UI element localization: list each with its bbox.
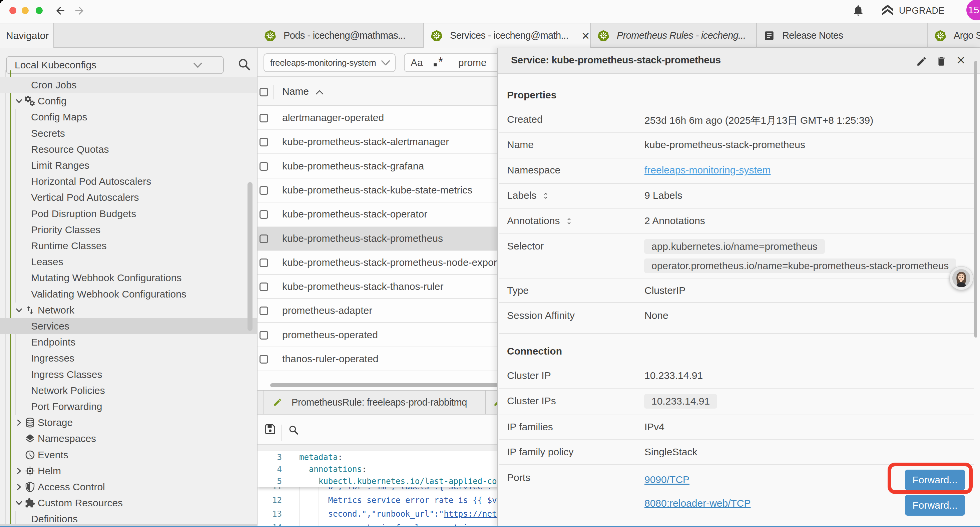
port-link[interactable]: 8080:reloader-web/TCP [644, 498, 751, 509]
sidebar-item-events[interactable]: Events [0, 447, 258, 463]
close-panel-icon[interactable]: × [957, 55, 968, 66]
dock-tab-prometheusrule[interactable]: PrometheusRule: freeleaps-prod-rabbitmq [264, 390, 486, 414]
property-label: Type [507, 285, 529, 296]
dock-tab-label: PrometheusRule: freeleaps-prod-rabbitmq [291, 397, 467, 408]
unfold-more-icon[interactable] [565, 216, 573, 226]
sidebar-item-config[interactable]: Config [0, 93, 258, 109]
sidebar-item-runtime-classes[interactable]: Runtime Classes [0, 238, 258, 254]
match-case-icon[interactable]: Aa [410, 57, 423, 68]
row-checkbox[interactable] [259, 355, 268, 363]
sidebar-item-network[interactable]: Network [0, 302, 258, 318]
unfold-more-icon[interactable] [542, 191, 550, 201]
sidebar-scrollbar-thumb[interactable] [248, 182, 253, 331]
sidebar-item-priority-classes[interactable]: Priority Classes [0, 222, 258, 238]
sidebar-item-ingresses[interactable]: Ingresses [0, 350, 258, 366]
port-link[interactable]: 9090/TCP [644, 474, 689, 485]
app-tab-5[interactable]: Argo Se [928, 23, 980, 48]
row-checkbox[interactable] [259, 234, 268, 243]
select-all-checkbox[interactable] [259, 88, 268, 96]
kubernetes-icon [431, 30, 442, 42]
row-checkbox[interactable] [259, 138, 268, 146]
row-checkbox[interactable] [259, 162, 268, 171]
sidebar-item-config-maps[interactable]: Config Maps [0, 109, 258, 125]
chevron-down-icon [15, 498, 23, 507]
property-value: 253d 16h 6m ago (2025年1月13日 GMT+8 1:25:3… [644, 114, 873, 127]
sidebar-item-label: Events [38, 449, 68, 461]
row-checkbox[interactable] [259, 331, 268, 339]
sidebar-item-storage[interactable]: Storage [0, 415, 258, 431]
row-checkbox[interactable] [259, 307, 268, 315]
name-column-header[interactable]: Name [282, 86, 309, 97]
chevron-right-icon [15, 418, 23, 427]
editor-search-icon[interactable] [288, 424, 299, 436]
namespace-link[interactable]: freeleaps-monitoring-system [644, 164, 770, 175]
sidebar-item-custom-resources[interactable]: Custom Resources [0, 495, 258, 511]
sidebar-item-definitions[interactable]: Definitions [0, 511, 258, 525]
document-icon [764, 30, 775, 41]
save-icon[interactable] [264, 423, 276, 435]
sidebar-item-leases[interactable]: Leases [0, 254, 258, 270]
sidebar-item-label: Access Control [38, 481, 105, 493]
sidebar-item-label: Endpoints [31, 336, 75, 348]
row-separator [500, 302, 974, 303]
port-row: 9090/TCP [644, 474, 689, 485]
row-checkbox[interactable] [259, 258, 268, 267]
property-label: IP families [507, 421, 553, 433]
service-name: kube-prometheus-stack-kube-state-metrics [282, 185, 473, 196]
tab-close-icon[interactable]: × [582, 29, 589, 42]
sidebar-item-access-control[interactable]: Access Control [0, 479, 258, 495]
row-checkbox[interactable] [259, 282, 268, 291]
regex-icon[interactable]: * [433, 56, 446, 70]
navigator-panel-tab[interactable]: Navigator [0, 23, 54, 48]
property-value: 9 Labels [644, 190, 682, 201]
sidebar-item-cron-jobs[interactable]: Cron Jobs [0, 77, 258, 93]
sidebar-item-ingress-classes[interactable]: Ingress Classes [0, 366, 258, 382]
swap-vert-icon [25, 305, 35, 315]
sidebar-item-namespaces[interactable]: Namespaces [0, 431, 258, 447]
row-checkbox[interactable] [259, 114, 268, 123]
sidebar-item-port-forwarding[interactable]: Port Forwarding [0, 399, 258, 415]
sidebar-item-mutating-webhook-configurations[interactable]: Mutating Webhook Configurations [0, 270, 258, 286]
sidebar-item-network-policies[interactable]: Network Policies [0, 382, 258, 399]
line-number: 3 [258, 451, 282, 463]
sidebar-item-resource-quotas[interactable]: Resource Quotas [0, 142, 258, 158]
sidebar-item-label: Config [38, 96, 67, 107]
app-tab-3[interactable]: Prometheus Rules - icecheng... [591, 23, 757, 48]
row-checkbox[interactable] [259, 210, 268, 219]
forward-button[interactable]: Forward... [905, 495, 965, 516]
sidebar-item-vertical-pod-autoscalers[interactable]: Vertical Pod Autoscalers [0, 189, 258, 205]
upgrade-button[interactable]: UPGRADE [899, 6, 945, 16]
notification-count-badge[interactable]: 15 [966, 0, 980, 20]
edit-pencil-icon[interactable] [916, 56, 927, 67]
namespace-filter-select[interactable]: freeleaps-monitoring-system [264, 53, 396, 72]
property-value: 2 Annotations [644, 215, 705, 226]
clock-icon [25, 450, 35, 460]
kubeconfig-select-value: Local Kubeconfigs [15, 59, 96, 71]
sidebar-item-limit-ranges[interactable]: Limit Ranges [0, 158, 258, 174]
sidebar-item-label: Vertical Pod Autoscalers [31, 192, 139, 203]
sidebar-item-label: Leases [31, 256, 64, 267]
tab-strip: Navigator Pods - icecheng@mathmas... Ser… [0, 23, 980, 48]
property-value: SingleStack [644, 446, 697, 458]
property-label: IP family policy [507, 446, 574, 458]
sidebar-item-helm[interactable]: Helm [0, 463, 258, 479]
app-tab-4[interactable]: Release Notes [757, 23, 928, 48]
sidebar-item-secrets[interactable]: Secrets [0, 126, 258, 142]
upgrade-chevrons-icon[interactable] [881, 4, 894, 17]
delete-trash-icon[interactable] [935, 56, 947, 67]
row-checkbox[interactable] [259, 186, 268, 195]
sidebar-item-horizontal-pod-autoscalers[interactable]: Horizontal Pod Autoscalers [0, 174, 258, 189]
sidebar-item-label: Priority Classes [31, 224, 100, 236]
sidebar-item-label: Helm [38, 465, 61, 477]
window-corner [0, 0, 5, 5]
panel-scrollbar-thumb[interactable] [974, 61, 977, 338]
property-label: Ports [507, 472, 530, 483]
sidebar-item-services[interactable]: Services [0, 318, 258, 334]
notifications-bell-icon[interactable] [852, 4, 865, 17]
sort-ascending-icon[interactable] [315, 89, 324, 95]
app-tab-1[interactable]: Pods - icecheng@mathmas... [258, 23, 424, 48]
sidebar-item-pod-disruption-budgets[interactable]: Pod Disruption Budgets [0, 206, 258, 222]
app-tab-2[interactable]: Services - icecheng@math... × [424, 23, 591, 48]
sidebar-item-validating-webhook-configurations[interactable]: Validating Webhook Configurations [0, 286, 258, 302]
sidebar-item-endpoints[interactable]: Endpoints [0, 334, 258, 350]
